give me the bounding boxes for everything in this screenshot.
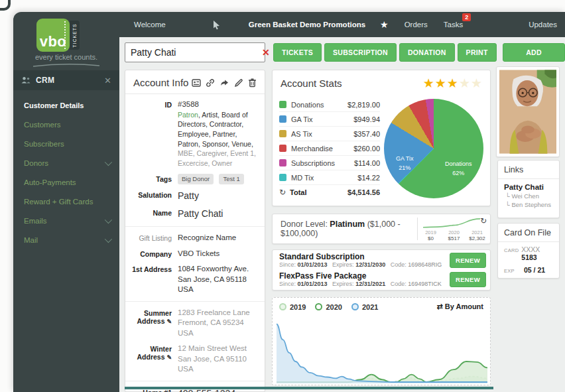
area-chart xyxy=(277,320,487,383)
sidebar-item-auto-payments[interactable]: Auto-Payments xyxy=(13,172,119,192)
donor-sparkline xyxy=(423,218,480,228)
pie-chart xyxy=(384,99,483,198)
legend-swatch xyxy=(279,115,286,123)
legend-total-row: ↻ Total $4,514.56 xyxy=(279,185,380,200)
legend-row[interactable]: Merchandise$260.00 xyxy=(279,141,380,156)
ticket-perforation xyxy=(64,21,66,49)
refresh-icon[interactable]: ↻ xyxy=(480,216,487,226)
topbar-tasks[interactable]: Tasks 2 xyxy=(444,21,463,29)
account-info-card: Account Info xyxy=(125,70,265,392)
card-number-row: CARD XXXX 5183 xyxy=(498,242,559,263)
subscription-button[interactable]: SUBSCRIPTION xyxy=(324,43,397,62)
topbar-orders[interactable]: Orders xyxy=(405,21,428,29)
edit-pencil-icon[interactable] xyxy=(234,78,243,88)
account-stats-card: Account Stats ★★★★★ Donations$2,819.00 G… xyxy=(272,70,491,206)
tagline-underline xyxy=(32,64,101,68)
legend-2019[interactable]: 2019 xyxy=(279,303,306,311)
star-icon[interactable]: ★ xyxy=(447,77,458,90)
swap-icon: ⇄ xyxy=(436,302,442,310)
edit-pencil-icon[interactable]: ✎ xyxy=(166,354,172,361)
link-icon[interactable] xyxy=(206,78,215,88)
contact-card-icon[interactable] xyxy=(192,78,201,88)
legend-row[interactable]: AS Tix$357.40 xyxy=(279,127,380,141)
card-exp-row: EXP 05 / 21 xyxy=(498,263,559,275)
donation-button[interactable]: DONATION xyxy=(399,43,455,62)
app-window: vbo TICKETS every ticket counts. CRM ✕ xyxy=(13,12,565,392)
field-winter-address: Winter Address ✎ 12 Main Street West San… xyxy=(125,341,265,377)
sidebar-item-mail[interactable]: Mail xyxy=(13,230,119,249)
tag-badge[interactable]: Big Donor xyxy=(178,174,214,185)
legend-2021[interactable]: 2021 xyxy=(351,303,378,311)
tasks-badge: 2 xyxy=(462,13,471,21)
logo-tab-text: TICKETS xyxy=(72,23,77,48)
activity-chart-panel: 2019 2020 2021 ⇄ By Amount xyxy=(272,297,491,385)
link-primary[interactable]: Patty Chati xyxy=(504,183,553,191)
renew-button[interactable]: RENEW xyxy=(450,253,486,268)
favorite-star-icon[interactable]: ★ xyxy=(380,19,389,30)
chevron-down-icon xyxy=(105,216,112,223)
sidebar-item-customers[interactable]: Customers xyxy=(13,115,119,134)
tickets-button[interactable]: TICKETS xyxy=(273,43,322,62)
by-amount-toggle[interactable]: ⇄ By Amount xyxy=(436,302,483,311)
print-button[interactable]: PRINT xyxy=(458,43,497,62)
account-stats-title: Account Stats xyxy=(281,78,342,89)
topbar-updates[interactable]: Updates xyxy=(529,21,557,29)
sidebar-item-emails[interactable]: Emails xyxy=(13,211,119,230)
legend-row[interactable]: GA Tix$949.94 xyxy=(279,112,380,127)
donor-level-card: Donor Level: Platinum ($1,000 - $100,000… xyxy=(272,214,491,244)
vbo-logo: vbo xyxy=(36,19,70,52)
stats-pie-chart: GA Tix21% Donations62% xyxy=(384,99,485,200)
customer-photo xyxy=(499,70,556,154)
cursor-icon xyxy=(212,20,221,30)
legend-dot xyxy=(315,303,322,310)
legend-row[interactable]: MD Tix$14.22 xyxy=(279,170,380,185)
sidebar-item-donors[interactable]: Donors xyxy=(13,153,119,172)
welcome-label: Welcome xyxy=(134,21,166,29)
customer-search: ✕ xyxy=(125,42,265,62)
account-id: #3588 xyxy=(178,99,258,110)
main-content: ✕ TICKETS SUBSCRIPTION DONATION PRINT AD… xyxy=(119,37,565,392)
stats-legend: Donations$2,819.00 GA Tix$949.94 AS Tix$… xyxy=(279,98,380,200)
card-on-file-title: Card On File xyxy=(498,224,559,242)
legend-2020[interactable]: 2020 xyxy=(315,303,342,311)
legend-row[interactable]: Donations$2,819.00 xyxy=(279,98,380,112)
add-button[interactable]: ADD xyxy=(503,43,565,62)
delete-trash-icon[interactable] xyxy=(248,78,257,88)
account-info-title: Account Info xyxy=(133,77,188,88)
brand-logo: vbo TICKETS every ticket counts. xyxy=(13,12,119,69)
topbar: Welcome Green Basket Demo Promotions ★ O… xyxy=(119,12,565,37)
field-company: Company VBO Tickets xyxy=(125,246,265,262)
star-icon[interactable]: ★ xyxy=(471,77,482,90)
logo-text: vbo xyxy=(40,33,67,52)
link-child[interactable]: └ Wei Chen xyxy=(504,192,553,200)
search-input[interactable] xyxy=(125,47,256,58)
sidebar-item-customer-details[interactable]: Customer Details xyxy=(13,96,119,115)
edit-pencil-icon[interactable]: ✎ xyxy=(166,318,172,325)
action-buttons: TICKETS SUBSCRIPTION DONATION PRINT xyxy=(273,43,497,62)
share-forward-icon[interactable] xyxy=(220,78,229,88)
tag-badge[interactable]: Test 1 xyxy=(219,174,243,185)
legend-swatch xyxy=(279,145,286,152)
star-rating[interactable]: ★★★★★ xyxy=(423,77,482,90)
account-roles: Patron, Artist, Board of Directors, Cont… xyxy=(178,110,258,168)
brand-tagline: every ticket counts. xyxy=(13,53,119,61)
star-icon[interactable]: ★ xyxy=(435,77,446,90)
sidebar-menu: Customer Details Customers Subscribers D… xyxy=(13,96,119,249)
donor-trend: ↻ 2019$0 2020$517 2021$2,302 xyxy=(418,214,490,243)
star-icon[interactable]: ★ xyxy=(459,77,470,90)
sidebar-item-subscribers[interactable]: Subscribers xyxy=(13,134,119,153)
crm-section-label: CRM xyxy=(36,76,99,85)
crm-close-icon[interactable]: ✕ xyxy=(104,76,111,86)
legend-row[interactable]: Subscriptions$114.00 xyxy=(279,156,380,170)
legend-swatch xyxy=(279,130,286,137)
sidebar-item-reward-gift-cards[interactable]: Reward + Gift Cards xyxy=(13,192,119,211)
donor-level-value: Platinum xyxy=(330,220,365,229)
renew-button[interactable]: RENEW xyxy=(450,272,486,287)
star-icon[interactable]: ★ xyxy=(423,77,434,90)
links-card: Links Patty Chati └ Wei Chen └ Ben Steph… xyxy=(497,160,560,218)
sidebar-section-crm[interactable]: CRM ✕ xyxy=(13,70,119,90)
org-name[interactable]: Green Basket Demo Promotions xyxy=(249,21,365,29)
link-child[interactable]: └ Ben Stephens xyxy=(504,201,553,208)
refresh-icon[interactable]: ↻ xyxy=(279,188,286,197)
field-salutation: Salutation Patty xyxy=(125,187,265,205)
